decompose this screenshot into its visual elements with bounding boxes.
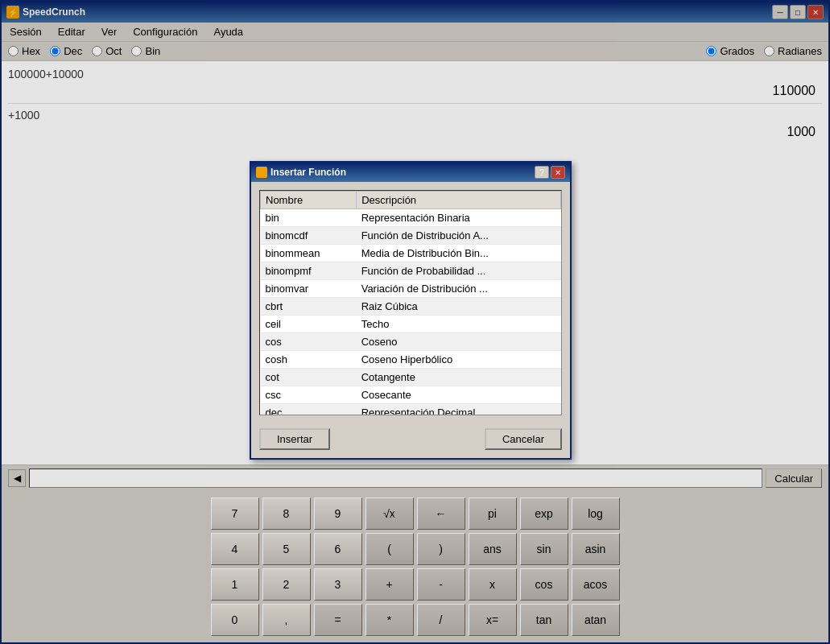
table-row[interactable]: cotCotangente (261, 369, 561, 386)
table-row[interactable]: binomcdfFunción de Distribución A... (261, 227, 561, 245)
table-row[interactable]: binRepresentación Binaria (261, 209, 561, 227)
func-desc: Coseno (357, 333, 561, 351)
func-desc: Techo (357, 316, 561, 333)
table-row[interactable]: cbrtRaiz Cúbica (261, 298, 561, 316)
func-desc: Cotangente (357, 369, 561, 386)
dialog-title-bar: Insertar Función ? ✕ (251, 163, 570, 182)
func-desc: Media de Distribución Bin... (357, 245, 561, 262)
dialog-icon (256, 167, 267, 178)
func-desc: Cosecante (357, 386, 561, 404)
func-name: dec (261, 404, 357, 416)
func-name: binommean (261, 245, 357, 262)
func-name: binomvar (261, 280, 357, 298)
func-name: csc (261, 386, 357, 404)
func-name: binomcdf (261, 227, 357, 245)
table-row[interactable]: cosCoseno (261, 333, 561, 351)
table-row[interactable]: ceilTecho (261, 316, 561, 333)
func-desc: Raiz Cúbica (357, 298, 561, 316)
dialog-title-left: Insertar Función (256, 167, 346, 178)
func-desc: Representación Binaria (357, 209, 561, 227)
table-row[interactable]: binompmfFunción de Probabilidad ... (261, 262, 561, 280)
func-name: cot (261, 369, 357, 386)
func-name: cosh (261, 351, 357, 369)
insert-button[interactable]: Insertar (259, 428, 330, 450)
func-name: cos (261, 333, 357, 351)
dialog-close-button[interactable]: ✕ (551, 166, 565, 179)
func-name: cbrt (261, 298, 357, 316)
func-name: binompmf (261, 262, 357, 280)
cancel-button[interactable]: Cancelar (485, 428, 562, 450)
column-name: Nombre (261, 192, 357, 209)
function-table: Nombre Descripción binRepresentación Bin… (260, 191, 561, 415)
func-name: ceil (261, 316, 357, 333)
dialog-title: Insertar Función (270, 167, 346, 178)
column-description: Descripción (357, 192, 561, 209)
func-desc: Representación Decimal (357, 404, 561, 416)
func-desc: Función de Probabilidad ... (357, 262, 561, 280)
table-row[interactable]: decRepresentación Decimal (261, 404, 561, 416)
dialog-content: Nombre Descripción binRepresentación Bin… (251, 182, 570, 423)
dialog-controls: ? ✕ (535, 166, 565, 179)
func-desc: Función de Distribución A... (357, 227, 561, 245)
table-row[interactable]: binommeanMedia de Distribución Bin... (261, 245, 561, 262)
table-row[interactable]: coshCoseno Hiperbólico (261, 351, 561, 369)
table-row[interactable]: binomvarVariación de Distribución ... (261, 280, 561, 298)
modal-overlay: Insertar Función ? ✕ Nombre Descripción (0, 0, 830, 644)
table-row[interactable]: cscCosecante (261, 386, 561, 404)
dialog-footer: Insertar Cancelar (251, 423, 570, 458)
dialog-help-button[interactable]: ? (535, 166, 549, 179)
function-list-container[interactable]: Nombre Descripción binRepresentación Bin… (259, 190, 562, 415)
func-desc: Coseno Hiperbólico (357, 351, 561, 369)
func-desc: Variación de Distribución ... (357, 280, 561, 298)
func-name: bin (261, 209, 357, 227)
insert-function-dialog: Insertar Función ? ✕ Nombre Descripción (250, 161, 572, 460)
